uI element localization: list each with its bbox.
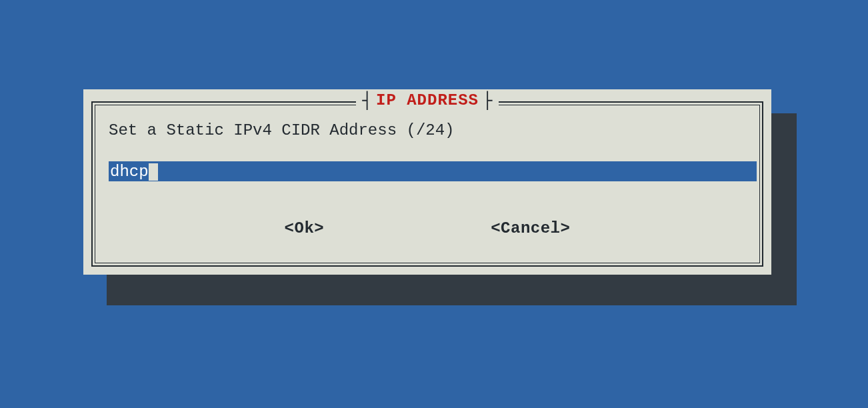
ok-button[interactable]: <Ok> — [285, 219, 325, 237]
dialog-prompt: Set a Static IPv4 CIDR Address (/24) — [109, 121, 454, 139]
ip-address-input-value: dhcp — [109, 161, 149, 181]
cancel-button[interactable]: <Cancel> — [491, 219, 570, 237]
ip-address-input[interactable]: dhcp — [109, 161, 757, 181]
dialog-button-row: <Ok> <Cancel> — [83, 219, 771, 237]
ip-address-dialog: ┤ IP ADDRESS ├ Set a Static IPv4 CIDR Ad… — [83, 89, 771, 275]
text-cursor — [149, 163, 158, 181]
